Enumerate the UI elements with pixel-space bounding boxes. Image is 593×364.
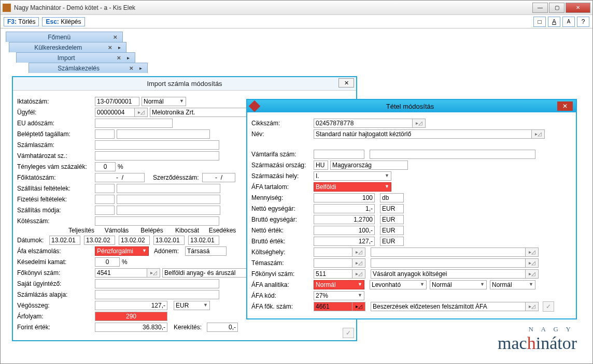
afa-kod-combo[interactable]: 27%▼ (314, 291, 364, 300)
currency-combo[interactable]: EUR▼ (174, 301, 210, 310)
dialog-close-button[interactable]: ✕ (338, 78, 354, 88)
szerzodesszam-input[interactable] (202, 173, 235, 182)
analitika-combo-3[interactable]: Normál▼ (430, 280, 487, 289)
hely-combo[interactable]: I.▼ (314, 171, 391, 181)
belepteto-name-input[interactable] (117, 129, 210, 139)
szamlazas-input[interactable] (95, 290, 219, 299)
date-vamolas[interactable] (84, 236, 115, 245)
temaszam-input[interactable] (314, 258, 352, 268)
vamhatarozat-input[interactable] (95, 151, 219, 161)
fiz-felt-code[interactable] (95, 195, 115, 204)
lookup-icon[interactable]: ▸◿ (525, 247, 539, 257)
me-input[interactable] (380, 193, 404, 202)
close-icon[interactable]: × (113, 33, 117, 41)
lookup-icon[interactable]: ▸◿ (412, 119, 426, 128)
tab-kulkeresk[interactable]: Külkereskedelem×▸ (9, 42, 126, 52)
vam-pct-input[interactable] (95, 162, 116, 171)
iktatoszam-input[interactable] (95, 97, 139, 106)
kesedelmi-input[interactable] (95, 257, 120, 267)
forint-input[interactable] (95, 323, 167, 332)
close-icon[interactable]: × (108, 43, 112, 51)
temaszam-name[interactable] (371, 258, 525, 268)
lookup-icon[interactable]: ▸◿ (352, 258, 365, 268)
afa-fok-input[interactable] (314, 302, 352, 311)
vamtarifa-input[interactable] (314, 150, 364, 159)
close-icon[interactable]: × (129, 64, 133, 72)
lookup-icon[interactable]: ▸◿ (525, 302, 539, 311)
help-button[interactable]: ? (577, 17, 589, 27)
close-icon[interactable]: × (117, 54, 121, 62)
fokonyvi-t-name[interactable] (371, 269, 525, 279)
tab-fomenu[interactable]: Főmenü× (6, 32, 123, 42)
lookup-icon[interactable]: ▸◿ (525, 258, 539, 268)
sajat-ugy-input[interactable] (95, 279, 219, 288)
lookup-icon[interactable]: ▸◿ (352, 302, 365, 311)
tab-import[interactable]: Import×▸ (16, 52, 135, 63)
esc-exit-button[interactable]: Esc: Kilépés (42, 17, 84, 26)
vegosszeg-input[interactable] (95, 301, 167, 310)
date-kibocsat[interactable] (153, 236, 185, 245)
confirm-check-button[interactable]: ✓ (343, 328, 354, 338)
koltseghely-name[interactable] (371, 247, 525, 257)
nev-input[interactable] (314, 129, 531, 139)
lookup-icon[interactable]: ▸◿ (147, 268, 160, 278)
col-kibocsat: Kibocsát (170, 227, 205, 234)
fokonyvi-t-input[interactable] (314, 269, 352, 279)
analitika-combo-1[interactable]: Normál▼ (314, 280, 364, 289)
maximize-button[interactable]: ▢ (549, 3, 564, 13)
szamlaszam-input[interactable] (95, 140, 219, 150)
status-combo[interactable]: Normál▼ (142, 97, 186, 106)
arfolyam-input[interactable] (95, 312, 167, 321)
belepteto-input[interactable] (95, 129, 115, 139)
confirm-check-button[interactable]: ✓ (543, 301, 554, 312)
fiz-felt-text[interactable] (117, 195, 220, 204)
mennyiseg-input[interactable] (314, 193, 375, 202)
brutto-egys-input[interactable] (314, 215, 375, 224)
szall-felt-code[interactable] (95, 184, 115, 193)
layout-button[interactable]: □ (533, 17, 546, 27)
netto-ertek-input[interactable] (314, 226, 375, 235)
currency-3[interactable] (380, 226, 404, 235)
analitika-combo-4[interactable]: Normál▼ (490, 280, 535, 289)
analitika-combo-2[interactable]: Levonható▼ (370, 280, 427, 289)
currency-2[interactable] (380, 215, 404, 224)
brutto-ertek-input[interactable] (314, 237, 375, 246)
szall-mod-text[interactable] (117, 206, 220, 215)
adonem-input[interactable] (185, 246, 227, 256)
lookup-icon[interactable]: ▸◿ (134, 108, 148, 117)
lookup-icon[interactable]: ▸◿ (525, 269, 539, 279)
lookup-icon[interactable]: ▸◿ (352, 269, 365, 279)
kotesszam-input[interactable] (95, 216, 219, 226)
currency-1[interactable] (380, 204, 404, 213)
lookup-icon[interactable]: ▸◿ (352, 247, 365, 257)
date-esedekes[interactable] (188, 236, 219, 245)
orszag-code[interactable] (314, 161, 328, 170)
font-large-button[interactable]: A (548, 17, 560, 27)
kerekites-input[interactable] (207, 323, 238, 332)
orszag-name[interactable] (330, 161, 408, 170)
eu-adoszam-input[interactable] (95, 119, 173, 128)
lookup-icon[interactable]: ▸◿ (531, 129, 545, 139)
close-button[interactable]: ✕ (566, 3, 590, 13)
foiktatoszam-input[interactable] (95, 173, 145, 182)
minimize-button[interactable]: — (532, 3, 548, 13)
ugyfel-code-input[interactable] (95, 108, 134, 117)
date-belepes[interactable] (119, 236, 150, 245)
koltseghely-input[interactable] (314, 247, 352, 257)
szall-mod-code[interactable] (95, 206, 115, 215)
f3-delete-button[interactable]: F3: Törlés (4, 17, 39, 26)
afa-fok-name[interactable] (371, 302, 525, 311)
vamtarifa-name[interactable] (370, 150, 535, 159)
font-small-button[interactable]: A (562, 17, 575, 27)
netto-egys-input[interactable] (314, 204, 375, 213)
cikkszam-input[interactable] (314, 119, 412, 128)
label-afa-tartalom: ÁFA tartalom: (251, 183, 314, 191)
fokonyvi-input[interactable] (95, 268, 147, 278)
afa-mode-combo[interactable]: Pénzforgalmi▼ (95, 246, 149, 256)
afa-tartalom-combo[interactable]: Belföldi▼ (314, 182, 391, 192)
tab-szamlakezeles[interactable]: Számlakezelés×▸ (29, 63, 148, 73)
currency-4[interactable] (380, 237, 404, 246)
szall-felt-text[interactable] (117, 184, 220, 193)
dialog-close-button[interactable]: ✕ (557, 101, 573, 111)
date-teljesites[interactable] (49, 236, 80, 245)
